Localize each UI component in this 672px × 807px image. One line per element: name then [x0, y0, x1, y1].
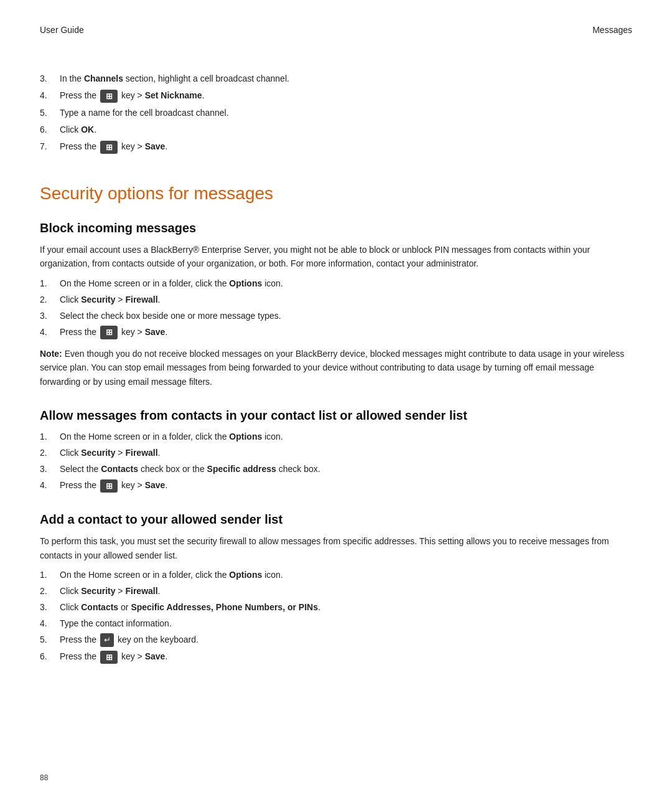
list-item: 3. In the Channels section, highlight a … — [40, 72, 632, 85]
block-incoming-note: Note: Even though you do not receive blo… — [40, 347, 632, 389]
page-number: 88 — [40, 773, 48, 782]
block-incoming-description: If your email account uses a BlackBerry®… — [40, 243, 632, 271]
bb-key-icon: ⊞ — [100, 479, 118, 493]
list-item: 2. Click Security > Firewall. — [40, 293, 632, 306]
bb-key-icon: ⊞ — [100, 90, 118, 103]
list-item: 2. Click Security > Firewall. — [40, 585, 632, 598]
block-incoming-section: Block incoming messages If your email ac… — [40, 221, 632, 389]
list-item: 4. Press the ⊞ key > Save. — [40, 479, 632, 493]
list-item: 1. On the Home screen or in a folder, cl… — [40, 430, 632, 443]
list-item: 5. Type a name for the cell broadcast ch… — [40, 106, 632, 120]
list-item: 6. Click OK. — [40, 123, 632, 136]
list-item: 3. Select the Contacts check box or the … — [40, 463, 632, 476]
list-item: 3. Click Contacts or Specific Addresses,… — [40, 601, 632, 614]
allow-messages-steps: 1. On the Home screen or in a folder, cl… — [40, 430, 632, 493]
list-item: 1. On the Home screen or in a folder, cl… — [40, 569, 632, 582]
header-left: User Guide — [40, 25, 84, 35]
enter-key-icon: ↵ — [100, 633, 114, 647]
intro-list: 3. In the Channels section, highlight a … — [40, 72, 632, 154]
list-item: 3. Select the check box beside one or mo… — [40, 309, 632, 323]
page-header: User Guide Messages — [40, 25, 632, 35]
list-item: 2. Click Security > Firewall. — [40, 446, 632, 460]
bb-key-icon: ⊞ — [100, 141, 118, 154]
list-item: 6. Press the ⊞ key > Save. — [40, 650, 632, 664]
allow-messages-title: Allow messages from contacts in your con… — [40, 408, 632, 423]
add-contact-steps: 1. On the Home screen or in a folder, cl… — [40, 569, 632, 664]
list-item: 4. Type the contact information. — [40, 617, 632, 630]
list-item: 7. Press the ⊞ key > Save. — [40, 140, 632, 154]
list-item: 1. On the Home screen or in a folder, cl… — [40, 277, 632, 290]
allow-messages-section: Allow messages from contacts in your con… — [40, 408, 632, 493]
block-incoming-steps: 1. On the Home screen or in a folder, cl… — [40, 277, 632, 339]
list-item: 4. Press the ⊞ key > Set Nickname. — [40, 89, 632, 103]
section-title: Security options for messages — [40, 184, 632, 204]
block-incoming-title: Block incoming messages — [40, 221, 632, 235]
bb-key-icon: ⊞ — [100, 651, 118, 664]
list-item: 4. Press the ⊞ key > Save. — [40, 326, 632, 339]
add-contact-title: Add a contact to your allowed sender lis… — [40, 512, 632, 527]
add-contact-section: Add a contact to your allowed sender lis… — [40, 512, 632, 664]
bb-key-icon: ⊞ — [100, 326, 118, 339]
header-right: Messages — [592, 25, 632, 35]
list-item: 5. Press the ↵ key on the keyboard. — [40, 633, 632, 647]
add-contact-description: To perform this task, you must set the s… — [40, 534, 632, 562]
